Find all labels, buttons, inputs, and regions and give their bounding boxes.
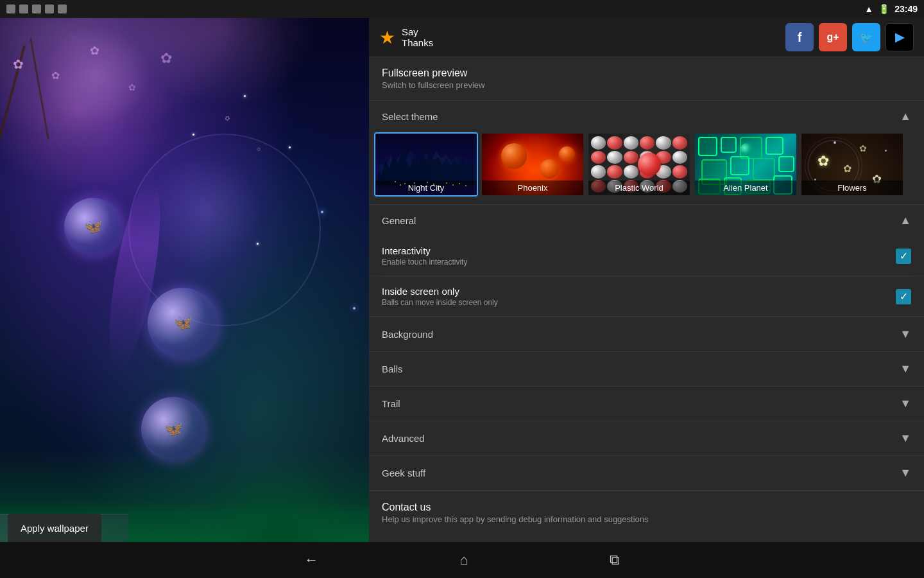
inside-screen-setting: Inside screen only Balls can move inside… — [369, 277, 924, 317]
star-5 — [193, 134, 194, 136]
star-3 — [321, 211, 323, 213]
right-panel: ★ Say Thanks f g+ 🐦 ▶ Fullscreen preview… — [369, 18, 924, 542]
wallpaper-preview: ✿ ✿ ✿ ✿ ✿ ✿ ✿ — [0, 18, 369, 578]
plastic-world-label: Plastic World — [588, 180, 690, 195]
theme-thumbnails: · · · · · · · Night City Phoenix — [369, 132, 924, 204]
inside-screen-checkbox[interactable] — [896, 289, 911, 304]
phoenix-label: Phoenix — [482, 180, 583, 195]
notification-icon-3 — [32, 4, 41, 13]
interactivity-text: Interactivity Enable touch interactivity — [382, 245, 467, 267]
notification-icon-2 — [19, 4, 28, 13]
butterfly-ball-2 — [148, 288, 218, 358]
advanced-label: Advanced — [382, 433, 425, 444]
theme-flowers[interactable]: ✿ ✿ ✿ ✿ Flowers — [800, 132, 904, 197]
general-section-label: General — [382, 215, 416, 226]
geek-stuff-chevron — [900, 466, 911, 480]
butterfly-ball-1 — [64, 198, 122, 256]
say-thanks-text: Say Thanks — [402, 26, 433, 48]
theme-night-city[interactable]: · · · · · · · Night City — [374, 132, 478, 197]
star-icon: ★ — [379, 27, 395, 48]
theme-section: Select theme · · · · · · · Night City — [369, 101, 924, 205]
balls-label: Balls — [382, 363, 403, 374]
theme-alien-planet[interactable]: Alien Planet — [694, 132, 798, 197]
alien-planet-label: Alien Planet — [695, 180, 796, 195]
theme-chevron — [900, 110, 911, 123]
wifi-icon: ▲ — [864, 4, 873, 14]
clock: 23:49 — [894, 4, 918, 14]
google-plus-button[interactable]: g+ — [819, 23, 847, 51]
notification-icon-5 — [58, 4, 67, 13]
geek-stuff-label: Geek stuff — [382, 468, 425, 478]
star-1 — [244, 95, 246, 97]
inside-screen-name: Inside screen only — [382, 286, 498, 297]
contact-desc: Help us improve this app by sending debu… — [382, 514, 911, 524]
battery-icon: 🔋 — [878, 4, 889, 14]
social-icons: f g+ 🐦 ▶ — [785, 23, 914, 51]
trail-label: Trail — [382, 398, 400, 409]
contact-title: Contact us — [382, 502, 911, 513]
interactivity-name: Interactivity — [382, 245, 467, 256]
status-icons-right: ▲ 🔋 23:49 — [864, 4, 918, 14]
notification-icon-1 — [6, 4, 15, 13]
say-thanks-line1: Say — [402, 26, 433, 37]
apply-wallpaper-button[interactable]: Apply wallpaper — [8, 514, 101, 543]
contact-section: Contact us Help us improve this app by s… — [369, 491, 924, 534]
facebook-button[interactable]: f — [785, 23, 814, 51]
theme-section-header[interactable]: Select theme — [369, 101, 924, 132]
balls-chevron — [900, 362, 911, 376]
status-bar: ▲ 🔋 23:49 — [0, 0, 924, 18]
home-button[interactable]: ⌂ — [453, 545, 474, 575]
theme-plastic-world[interactable]: Plastic World — [587, 132, 691, 197]
background-chevron — [900, 328, 911, 341]
google-play-button[interactable]: ▶ — [886, 23, 914, 51]
advanced-section[interactable]: Advanced — [369, 421, 924, 456]
general-section-header[interactable]: General — [369, 205, 924, 236]
back-button[interactable]: ← — [298, 545, 325, 575]
twitter-button[interactable]: 🐦 — [852, 23, 880, 51]
fullscreen-preview-section[interactable]: Fullscreen preview Switch to fullscreen … — [369, 57, 924, 101]
star-2 — [289, 146, 291, 148]
fullscreen-preview-title: Fullscreen preview — [382, 67, 911, 79]
background-section[interactable]: Background — [369, 317, 924, 352]
status-icons-left — [6, 4, 67, 13]
trail-chevron — [900, 397, 911, 410]
nav-bar: ← ⌂ ⧉ — [0, 542, 924, 578]
interactivity-checkbox[interactable] — [896, 249, 911, 264]
say-thanks-line2: Thanks — [402, 37, 433, 48]
inside-screen-text: Inside screen only Balls can move inside… — [382, 286, 498, 307]
top-bar: ★ Say Thanks f g+ 🐦 ▶ — [369, 18, 924, 57]
balls-section[interactable]: Balls — [369, 352, 924, 387]
star-4 — [353, 307, 355, 310]
general-chevron — [900, 214, 911, 227]
trail-section[interactable]: Trail — [369, 387, 924, 421]
general-section: General Interactivity Enable touch inter… — [369, 205, 924, 317]
geek-stuff-section[interactable]: Geek stuff — [369, 456, 924, 491]
background-label: Background — [382, 329, 433, 340]
fullscreen-preview-subtitle: Switch to fullscreen preview — [382, 80, 911, 90]
say-thanks[interactable]: ★ Say Thanks — [379, 26, 433, 48]
inside-screen-desc: Balls can move inside screen only — [382, 298, 498, 307]
interactivity-desc: Enable touch interactivity — [382, 258, 467, 267]
theme-phoenix[interactable]: Phoenix — [481, 132, 585, 197]
advanced-chevron — [900, 432, 911, 445]
star-6 — [257, 243, 259, 245]
theme-section-label: Select theme — [382, 111, 438, 122]
notification-icon-4 — [45, 4, 54, 13]
recents-button[interactable]: ⧉ — [603, 545, 626, 575]
interactivity-setting: Interactivity Enable touch interactivity — [369, 236, 924, 276]
night-city-label: Night City — [375, 180, 477, 195]
flowers-label: Flowers — [801, 180, 903, 195]
